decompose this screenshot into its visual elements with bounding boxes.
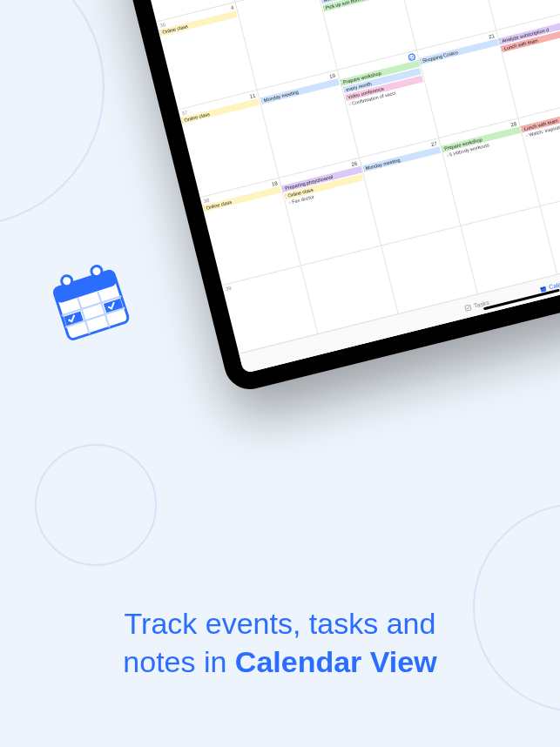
headline-line2-bold: Calendar View xyxy=(235,645,437,678)
tab-tasks[interactable]: Tasks xyxy=(464,299,490,312)
marketing-headline: Track events, tasks and notes in Calenda… xyxy=(0,604,560,681)
tablet-device: 35 28 5 Monday meeting Pick up son from … xyxy=(113,0,560,394)
tablet-screen: 35 28 5 Monday meeting Pick up son from … xyxy=(113,0,560,394)
day-number: 11 xyxy=(237,0,316,10)
bg-circle xyxy=(0,0,105,226)
headline-line2-pre: notes in xyxy=(123,645,235,678)
event-chip[interactable]: Pick up son from kinde xyxy=(322,0,401,12)
svg-point-5 xyxy=(60,274,73,287)
checkbox-icon xyxy=(464,303,473,312)
calendar-illustration-icon xyxy=(37,246,146,355)
headline-line1: Track events, tasks and xyxy=(125,607,436,640)
svg-point-6 xyxy=(90,265,103,278)
bg-circle xyxy=(35,444,157,566)
calendar-grid[interactable]: 35 28 5 Monday meeting Pick up son from … xyxy=(134,0,560,374)
